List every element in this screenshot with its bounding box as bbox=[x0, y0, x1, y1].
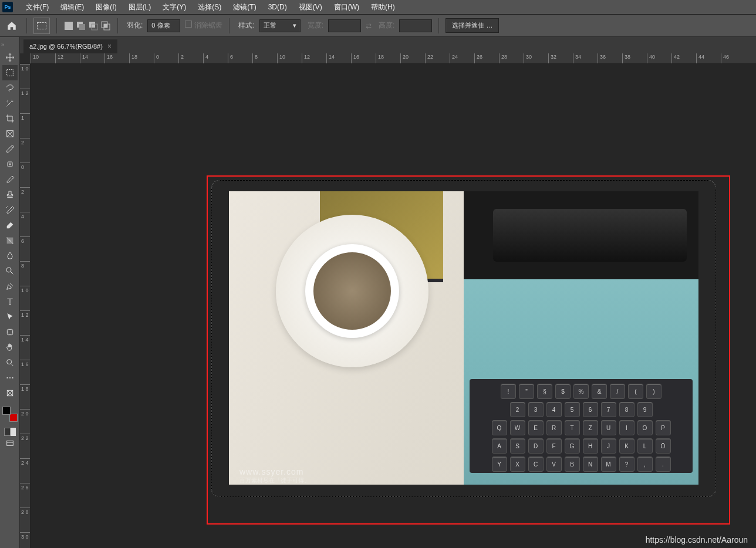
stamp-tool[interactable] bbox=[2, 187, 18, 202]
divider bbox=[229, 18, 230, 33]
dodge-tool[interactable] bbox=[2, 263, 18, 279]
more-tools[interactable]: ⋯ bbox=[2, 370, 18, 385]
zoom-tool[interactable] bbox=[2, 355, 18, 370]
style-label: 样式: bbox=[238, 21, 254, 31]
marquee-icon bbox=[37, 22, 46, 29]
style-select[interactable]: 正常▾ bbox=[259, 19, 301, 32]
background-color[interactable] bbox=[9, 414, 18, 422]
antialias-checkbox: 消除锯齿 bbox=[185, 21, 222, 31]
selection-subtract[interactable] bbox=[88, 21, 99, 31]
marquee-tool[interactable] bbox=[2, 65, 18, 80]
healing-tool[interactable] bbox=[2, 157, 18, 172]
ruler-vertical[interactable]: 1 01 212024681 01 21 41 61 82 02 22 42 6… bbox=[20, 64, 31, 548]
menu-layer[interactable]: 图层(L) bbox=[123, 2, 157, 12]
width-input bbox=[328, 19, 361, 32]
menu-bar: Ps 文件(F) 编辑(E) 图像(I) 图层(L) 文字(Y) 选择(S) 滤… bbox=[0, 0, 756, 15]
style-value: 正常 bbox=[264, 21, 276, 30]
type-tool[interactable] bbox=[2, 294, 18, 309]
menu-edit[interactable]: 编辑(E) bbox=[55, 2, 90, 12]
app-icon: Ps bbox=[2, 2, 13, 12]
svg-rect-6 bbox=[104, 24, 107, 28]
height-input bbox=[399, 19, 432, 32]
menu-filter[interactable]: 滤镜(T) bbox=[227, 2, 262, 12]
quick-mask-toggle[interactable] bbox=[4, 428, 16, 436]
chevron-down-icon: ▾ bbox=[293, 22, 296, 29]
document-tab[interactable]: a2.jpg @ 66.7%(RGB/8#) × bbox=[23, 39, 117, 53]
selection-add[interactable] bbox=[76, 21, 86, 31]
selection-mode-group bbox=[63, 21, 111, 31]
menu-type[interactable]: 文字(Y) bbox=[157, 2, 192, 12]
expand-icon[interactable]: » bbox=[1, 42, 7, 48]
menu-file[interactable]: 文件(F) bbox=[20, 2, 55, 12]
selection-new[interactable] bbox=[63, 21, 74, 31]
shape-tool[interactable] bbox=[2, 324, 18, 340]
svg-point-11 bbox=[6, 268, 11, 272]
height-label: 高度: bbox=[379, 21, 394, 31]
menu-image[interactable]: 图像(I) bbox=[90, 2, 122, 12]
svg-rect-1 bbox=[79, 24, 85, 30]
menu-select[interactable]: 选择(S) bbox=[192, 2, 227, 12]
home-button[interactable] bbox=[4, 18, 20, 34]
selection-marquee[interactable] bbox=[211, 180, 716, 497]
color-swatch[interactable] bbox=[2, 407, 18, 422]
workspace: » ⋯ a2.jpg @ 66.7%(RGB/8# bbox=[0, 37, 756, 548]
history-brush-tool[interactable] bbox=[2, 202, 18, 218]
tool-preset-picker[interactable] bbox=[33, 18, 50, 34]
antialias-label: 消除锯齿 bbox=[194, 21, 222, 29]
svg-rect-12 bbox=[7, 329, 12, 334]
frame-tool[interactable] bbox=[2, 126, 18, 141]
menu-window[interactable]: 窗口(W) bbox=[328, 2, 365, 12]
home-icon bbox=[6, 21, 17, 31]
menu-help[interactable]: 帮助(H) bbox=[365, 2, 401, 12]
crop-tool[interactable] bbox=[2, 111, 18, 126]
screen-mode[interactable] bbox=[2, 436, 18, 451]
source-url: https://blog.csdn.net/Aaroun bbox=[646, 535, 748, 544]
svg-rect-7 bbox=[6, 70, 13, 76]
divider bbox=[26, 18, 27, 33]
path-select-tool[interactable] bbox=[2, 309, 18, 324]
width-label: 宽度: bbox=[308, 21, 323, 31]
lasso-tool[interactable] bbox=[2, 80, 18, 96]
eraser-tool[interactable] bbox=[2, 218, 18, 233]
document-tabs: a2.jpg @ 66.7%(RGB/8#) × bbox=[20, 37, 756, 53]
brush-tool[interactable] bbox=[2, 172, 18, 187]
divider bbox=[117, 18, 118, 33]
edit-toolbar[interactable] bbox=[2, 385, 18, 401]
select-and-mask-button[interactable]: 选择并遮住 … bbox=[446, 18, 499, 33]
feather-label: 羽化: bbox=[127, 21, 143, 31]
svg-rect-15 bbox=[6, 441, 13, 445]
canvas-area: 1 01 212024681 01 21 41 61 82 02 22 42 6… bbox=[20, 64, 756, 548]
tab-title: a2.jpg @ 66.7%(RGB/8#) bbox=[29, 43, 103, 50]
eyedropper-tool[interactable] bbox=[2, 141, 18, 157]
feather-input[interactable]: 0 像素 bbox=[147, 19, 180, 32]
pen-tool[interactable] bbox=[2, 279, 18, 294]
divider bbox=[438, 18, 439, 33]
hand-tool[interactable] bbox=[2, 340, 18, 355]
ruler-horizontal[interactable]: 1012141618024681012141618202224262830323… bbox=[31, 53, 756, 64]
tool-panel: » ⋯ bbox=[0, 37, 20, 548]
selection-intersect[interactable] bbox=[100, 21, 111, 31]
menu-view[interactable]: 视图(V) bbox=[293, 2, 328, 12]
options-bar: 羽化: 0 像素 消除锯齿 样式: 正常▾ 宽度: ⇄ 高度: 选择并遮住 … bbox=[0, 15, 756, 37]
close-icon[interactable]: × bbox=[107, 42, 112, 50]
divider bbox=[56, 18, 57, 33]
foreground-color[interactable] bbox=[2, 407, 11, 415]
canvas[interactable]: !"§$%&/()23456789QWERTZUIOPASDFGHJKLÖYXC… bbox=[31, 64, 756, 548]
document-area: a2.jpg @ 66.7%(RGB/8#) × 101214161802468… bbox=[20, 37, 756, 548]
gradient-tool[interactable] bbox=[2, 233, 18, 248]
menu-3d[interactable]: 3D(D) bbox=[262, 3, 293, 11]
magic-wand-tool[interactable] bbox=[2, 96, 18, 111]
move-tool[interactable] bbox=[2, 50, 18, 65]
svg-rect-2 bbox=[89, 22, 95, 28]
swap-icon: ⇄ bbox=[366, 22, 372, 30]
blur-tool[interactable] bbox=[2, 248, 18, 263]
svg-point-13 bbox=[6, 360, 11, 364]
